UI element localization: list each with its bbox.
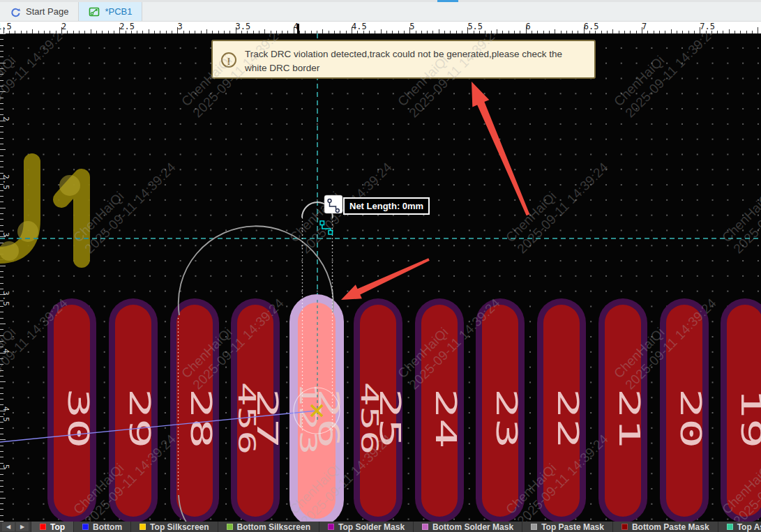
pad-number: 29 bbox=[126, 388, 153, 449]
layer-color-swatch bbox=[328, 524, 334, 530]
ruler-tick bbox=[212, 31, 213, 33]
left-ruler-tick bbox=[0, 364, 3, 365]
ruler-tick bbox=[149, 29, 149, 33]
ruler-tick bbox=[497, 29, 497, 33]
ruler-tick bbox=[508, 31, 509, 33]
layer-item-bottom[interactable]: Bottom bbox=[73, 522, 130, 532]
left-ruler-tick bbox=[0, 254, 3, 254]
ruler-tick bbox=[346, 31, 347, 33]
ruler-tick bbox=[665, 31, 665, 33]
ruler-tick bbox=[520, 31, 520, 33]
ruler-tick bbox=[224, 31, 225, 33]
pad-number: 20 bbox=[677, 388, 705, 449]
left-ruler-tick bbox=[0, 439, 6, 440]
layer-label: Top Silkscreen bbox=[150, 522, 209, 532]
layer-item-top[interactable]: Top bbox=[31, 522, 73, 532]
ruler-cursor-marker bbox=[297, 24, 299, 33]
left-ruler-tick bbox=[0, 480, 3, 481]
left-ruler-tick bbox=[0, 428, 3, 429]
left-ruler-tick bbox=[0, 434, 3, 434]
left-ruler-tick bbox=[0, 486, 3, 487]
drc-warning-toast: ! Track DRC violation detected,track cou… bbox=[211, 40, 596, 79]
left-ruler-tick bbox=[0, 144, 3, 144]
ruler-tick bbox=[578, 31, 578, 33]
layer-item-top-paste-mask[interactable]: Top Paste Mask bbox=[522, 522, 612, 532]
left-ruler-label: 4.5 bbox=[1, 406, 10, 423]
ruler-tick bbox=[229, 31, 230, 33]
ruler-tick bbox=[537, 31, 538, 33]
ruler-tick bbox=[450, 31, 451, 33]
warning-circle-icon: ! bbox=[221, 52, 236, 68]
layer-item-bottom-silkscreen[interactable]: Bottom Silkscreen bbox=[218, 522, 319, 532]
ruler-tick bbox=[375, 31, 375, 33]
layer-item-top-silkscreen[interactable]: Top Silkscreen bbox=[130, 522, 217, 532]
left-ruler-label: 5 bbox=[1, 464, 10, 470]
layer-item-top-solder-mask[interactable]: Top Solder Mask bbox=[319, 522, 413, 532]
left-ruler-tick bbox=[0, 492, 3, 492]
ruler-tick bbox=[619, 31, 619, 33]
left-ruler-tick bbox=[0, 446, 3, 446]
layer-item-bottom-solder-mask[interactable]: Bottom Solder Mask bbox=[413, 522, 522, 532]
ruler-tick bbox=[514, 31, 515, 33]
ruler-tick bbox=[79, 31, 80, 33]
ruler-tick bbox=[282, 31, 282, 33]
ruler-tick bbox=[201, 31, 202, 33]
ruler-tick bbox=[630, 31, 631, 33]
ruler-label: 7 bbox=[642, 22, 647, 31]
layer-scroll-left-icon[interactable]: ◀ bbox=[2, 522, 15, 531]
left-ruler-tick bbox=[0, 63, 6, 63]
left-ruler-tick bbox=[0, 91, 6, 92]
ruler-tick bbox=[21, 31, 22, 33]
ruler-tick bbox=[299, 31, 300, 33]
layer-label: Bottom bbox=[93, 522, 122, 532]
ruler-tick bbox=[607, 31, 608, 33]
tab-pcb1[interactable]: *PCB1 bbox=[79, 2, 142, 21]
left-ruler-tick bbox=[0, 329, 3, 330]
left-ruler-tick bbox=[0, 271, 3, 272]
ruler-tick bbox=[334, 31, 335, 33]
layer-item-bottom-paste-mask[interactable]: Bottom Paste Mask bbox=[612, 522, 718, 532]
left-ruler-tick bbox=[0, 312, 3, 312]
ruler-tick bbox=[694, 31, 695, 33]
layer-bar: ◀ ▶ TopBottomTop SilkscreenBottom Silksc… bbox=[0, 522, 761, 532]
left-ruler-tick bbox=[0, 266, 6, 266]
left-ruler-tick bbox=[0, 243, 3, 243]
ruler-tick bbox=[91, 29, 91, 33]
ruler-tick bbox=[322, 29, 323, 33]
left-ruler-tick bbox=[0, 161, 3, 162]
warning-text: Track DRC violation detected,track could… bbox=[245, 47, 589, 75]
ruler-tick bbox=[432, 31, 433, 33]
layer-color-swatch bbox=[40, 524, 46, 530]
scroll-indicator[interactable] bbox=[437, 0, 458, 2]
left-ruler-tick bbox=[0, 68, 3, 69]
tab-start-page[interactable]: Start Page bbox=[0, 2, 79, 21]
tab-label: Start Page bbox=[26, 6, 68, 17]
left-ruler-tick bbox=[0, 341, 3, 342]
ruler-tick bbox=[462, 31, 462, 33]
ruler-tick bbox=[154, 31, 155, 33]
ruler-tick bbox=[264, 29, 265, 33]
ruler-label: 6.5 bbox=[584, 22, 599, 31]
ruler-label: 1.5 bbox=[0, 22, 12, 31]
document-tab-bar: Start Page *PCB1 bbox=[0, 2, 761, 22]
layer-color-swatch bbox=[531, 524, 537, 530]
ruler-label: 3 bbox=[177, 22, 182, 31]
left-ruler-tick bbox=[0, 56, 3, 57]
ruler-tick bbox=[723, 31, 723, 33]
ruler-tick bbox=[758, 27, 758, 33]
ruler-tick bbox=[502, 31, 503, 33]
ruler-tick bbox=[32, 29, 33, 33]
left-ruler-tick bbox=[0, 451, 3, 452]
left-ruler-label: 2.5 bbox=[1, 174, 10, 190]
pcb-icon bbox=[89, 6, 100, 17]
layer-scroll-right-icon[interactable]: ▶ bbox=[16, 522, 29, 531]
left-ruler-tick bbox=[0, 509, 3, 510]
left-ruler-tick bbox=[0, 404, 3, 405]
left-ruler-label: 3 bbox=[1, 232, 10, 238]
left-ruler-tick bbox=[0, 202, 3, 202]
layer-item-top-assembly[interactable]: Top Assembly bbox=[718, 522, 761, 532]
ruler-tick bbox=[50, 31, 50, 33]
ruler-tick bbox=[398, 31, 399, 33]
ruler-tick bbox=[677, 31, 677, 33]
ruler-tick bbox=[56, 31, 56, 33]
